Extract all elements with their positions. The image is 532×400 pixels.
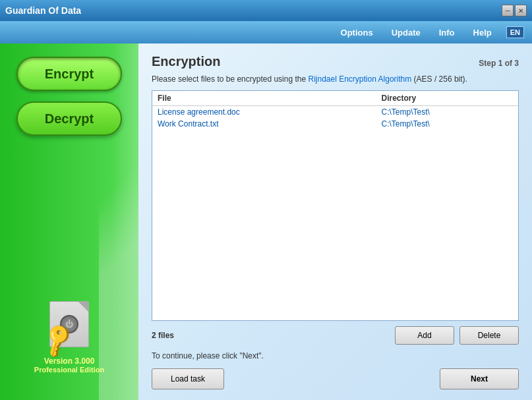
file-directory-cell: C:\Temp\Test\ <box>376 118 518 130</box>
table-row[interactable]: License agreement.docC:\Temp\Test\ <box>152 106 518 119</box>
load-task-button[interactable]: Load task <box>152 368 224 389</box>
logo-area: ⏻ 🔑 Version 3.000 Professional Edition <box>34 295 104 374</box>
algorithm-link[interactable]: Rijndael Encryption Algorithm <box>308 74 411 84</box>
close-button[interactable]: ✕ <box>515 5 527 16</box>
description-text: Please select files to be encrypted usin… <box>152 74 519 84</box>
menu-bar: Options Update Info Help EN <box>0 21 532 43</box>
add-button[interactable]: Add <box>395 326 454 345</box>
content-header: Encryption Step 1 of 3 <box>152 54 519 69</box>
menu-update[interactable]: Update <box>388 25 425 40</box>
language-selector[interactable]: EN <box>506 26 524 38</box>
col-header-directory: Directory <box>376 91 518 106</box>
file-table: File Directory License agreement.docC:\T… <box>152 91 518 130</box>
bottom-row: Load task Next <box>152 368 519 389</box>
menu-help[interactable]: Help <box>469 25 496 40</box>
main-layout: Encrypt Decrypt ⏻ 🔑 Version 3.000 Profes… <box>0 43 532 400</box>
minimize-button[interactable]: ─ <box>502 5 514 16</box>
page-title: Encryption <box>152 54 220 69</box>
decrypt-button[interactable]: Decrypt <box>16 101 122 136</box>
encrypt-button[interactable]: Encrypt <box>16 57 122 91</box>
file-directory-cell: C:\Temp\Test\ <box>376 106 518 119</box>
content-area: Encryption Step 1 of 3 Please select fil… <box>138 43 532 400</box>
logo-icon: ⏻ 🔑 <box>40 295 99 354</box>
file-buttons: Add Delete <box>395 326 519 345</box>
file-name-cell: Work Contract.txt <box>152 118 376 130</box>
window-controls: ─ ✕ <box>502 5 527 16</box>
menu-options[interactable]: Options <box>337 25 377 40</box>
files-count: 2 files <box>152 331 174 340</box>
next-button[interactable]: Next <box>440 368 519 389</box>
title-bar: Guardian Of Data ─ ✕ <box>0 0 532 21</box>
col-header-file: File <box>152 91 376 106</box>
sidebar: Encrypt Decrypt ⏻ 🔑 Version 3.000 Profes… <box>0 43 138 400</box>
file-table-wrapper: File Directory License agreement.docC:\T… <box>152 90 519 321</box>
delete-button[interactable]: Delete <box>459 326 519 345</box>
status-text: To continue, please click "Next". <box>152 351 519 360</box>
files-row: 2 files Add Delete <box>152 326 519 345</box>
app-title: Guardian Of Data <box>5 5 502 16</box>
sidebar-decoration <box>99 43 138 400</box>
step-indicator: Step 1 of 3 <box>479 59 519 68</box>
file-name-cell: License agreement.doc <box>152 106 376 119</box>
table-row[interactable]: Work Contract.txtC:\Temp\Test\ <box>152 118 518 130</box>
edition-label: Professional Edition <box>34 366 104 374</box>
menu-info[interactable]: Info <box>435 25 459 40</box>
